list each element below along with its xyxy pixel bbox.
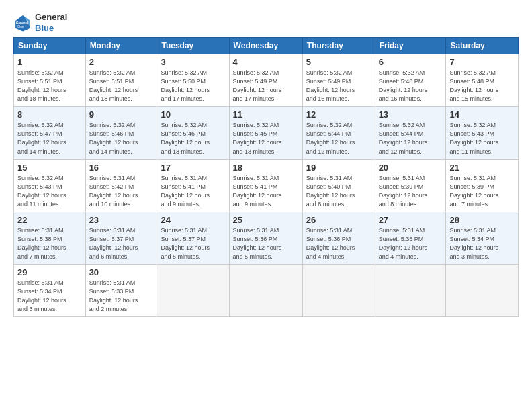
day-number: 27 xyxy=(379,215,443,225)
day-number: 8 xyxy=(17,109,82,120)
day-cell-25: 25Sunrise: 5:31 AMSunset: 5:36 PMDayligh… xyxy=(229,212,302,264)
day-number: 30 xyxy=(89,267,154,277)
day-cell-6: 6Sunrise: 5:32 AMSunset: 5:48 PMDaylight… xyxy=(375,54,446,107)
day-cell-21: 21Sunrise: 5:31 AMSunset: 5:39 PMDayligh… xyxy=(446,159,519,212)
header: General Blue General Blue xyxy=(13,12,519,33)
col-header-wednesday: Wednesday xyxy=(229,38,302,54)
day-cell-29: 29Sunrise: 5:31 AMSunset: 5:34 PMDayligh… xyxy=(14,264,86,316)
empty-cell xyxy=(229,264,302,316)
day-cell-23: 23Sunrise: 5:31 AMSunset: 5:37 PMDayligh… xyxy=(85,212,157,264)
day-info: Sunrise: 5:32 AMSunset: 5:43 PMDaylight:… xyxy=(17,174,82,209)
day-number: 9 xyxy=(89,109,154,120)
day-cell-18: 18Sunrise: 5:31 AMSunset: 5:41 PMDayligh… xyxy=(229,159,302,212)
day-info: Sunrise: 5:31 AMSunset: 5:36 PMDaylight:… xyxy=(233,226,299,261)
logo: General Blue General Blue xyxy=(13,12,67,33)
day-cell-7: 7Sunrise: 5:32 AMSunset: 5:48 PMDaylight… xyxy=(446,54,519,107)
col-header-sunday: Sunday xyxy=(14,38,86,54)
day-info: Sunrise: 5:31 AMSunset: 5:39 PMDaylight:… xyxy=(379,174,443,209)
day-number: 25 xyxy=(233,215,299,225)
day-cell-11: 11Sunrise: 5:32 AMSunset: 5:45 PMDayligh… xyxy=(229,107,302,159)
col-header-tuesday: Tuesday xyxy=(157,38,229,54)
day-info: Sunrise: 5:31 AMSunset: 5:41 PMDaylight:… xyxy=(161,174,225,209)
day-number: 7 xyxy=(449,57,515,67)
day-cell-13: 13Sunrise: 5:32 AMSunset: 5:44 PMDayligh… xyxy=(375,107,446,159)
day-info: Sunrise: 5:32 AMSunset: 5:48 PMDaylight:… xyxy=(449,68,515,103)
day-info: Sunrise: 5:31 AMSunset: 5:37 PMDaylight:… xyxy=(161,226,225,261)
week-row-4: 22Sunrise: 5:31 AMSunset: 5:38 PMDayligh… xyxy=(14,212,519,264)
week-row-1: 1Sunrise: 5:32 AMSunset: 5:51 PMDaylight… xyxy=(14,54,519,107)
day-number: 23 xyxy=(89,215,154,225)
day-number: 6 xyxy=(379,57,443,67)
day-number: 14 xyxy=(449,109,515,120)
day-info: Sunrise: 5:32 AMSunset: 5:50 PMDaylight:… xyxy=(161,68,225,103)
svg-text:General: General xyxy=(16,21,28,24)
empty-cell xyxy=(446,264,519,316)
day-cell-12: 12Sunrise: 5:32 AMSunset: 5:44 PMDayligh… xyxy=(302,107,375,159)
day-number: 2 xyxy=(89,57,154,67)
day-info: Sunrise: 5:32 AMSunset: 5:43 PMDaylight:… xyxy=(449,121,515,156)
day-number: 21 xyxy=(449,163,515,173)
day-info: Sunrise: 5:31 AMSunset: 5:37 PMDaylight:… xyxy=(89,226,154,261)
empty-cell xyxy=(157,264,229,316)
day-info: Sunrise: 5:31 AMSunset: 5:38 PMDaylight:… xyxy=(17,226,82,261)
calendar-header-row: SundayMondayTuesdayWednesdayThursdayFrid… xyxy=(14,38,519,54)
day-cell-4: 4Sunrise: 5:32 AMSunset: 5:49 PMDaylight… xyxy=(229,54,302,107)
calendar-table: SundayMondayTuesdayWednesdayThursdayFrid… xyxy=(13,37,519,317)
col-header-friday: Friday xyxy=(375,38,446,54)
day-info: Sunrise: 5:31 AMSunset: 5:35 PMDaylight:… xyxy=(379,226,443,261)
day-info: Sunrise: 5:32 AMSunset: 5:47 PMDaylight:… xyxy=(17,121,82,156)
day-cell-28: 28Sunrise: 5:31 AMSunset: 5:34 PMDayligh… xyxy=(446,212,519,264)
day-number: 29 xyxy=(17,267,82,277)
day-number: 22 xyxy=(17,215,82,225)
svg-text:Blue: Blue xyxy=(17,25,24,28)
day-info: Sunrise: 5:31 AMSunset: 5:36 PMDaylight:… xyxy=(306,226,371,261)
day-info: Sunrise: 5:32 AMSunset: 5:49 PMDaylight:… xyxy=(233,68,299,103)
day-info: Sunrise: 5:32 AMSunset: 5:44 PMDaylight:… xyxy=(306,121,371,156)
day-cell-16: 16Sunrise: 5:31 AMSunset: 5:42 PMDayligh… xyxy=(85,159,157,212)
day-info: Sunrise: 5:32 AMSunset: 5:45 PMDaylight:… xyxy=(233,121,299,156)
day-number: 18 xyxy=(233,163,299,173)
day-info: Sunrise: 5:32 AMSunset: 5:46 PMDaylight:… xyxy=(89,121,154,156)
day-cell-2: 2Sunrise: 5:32 AMSunset: 5:51 PMDaylight… xyxy=(85,54,157,107)
day-number: 13 xyxy=(379,109,443,120)
col-header-saturday: Saturday xyxy=(446,38,519,54)
day-number: 5 xyxy=(306,57,371,67)
day-cell-8: 8Sunrise: 5:32 AMSunset: 5:47 PMDaylight… xyxy=(14,107,86,159)
day-info: Sunrise: 5:31 AMSunset: 5:33 PMDaylight:… xyxy=(89,279,154,314)
day-info: Sunrise: 5:32 AMSunset: 5:49 PMDaylight:… xyxy=(306,68,371,103)
week-row-2: 8Sunrise: 5:32 AMSunset: 5:47 PMDaylight… xyxy=(14,107,519,159)
day-cell-14: 14Sunrise: 5:32 AMSunset: 5:43 PMDayligh… xyxy=(446,107,519,159)
empty-cell xyxy=(302,264,375,316)
day-number: 24 xyxy=(161,215,225,225)
col-header-thursday: Thursday xyxy=(302,38,375,54)
day-cell-22: 22Sunrise: 5:31 AMSunset: 5:38 PMDayligh… xyxy=(14,212,86,264)
page: General Blue General Blue SundayMondayTu… xyxy=(0,0,532,325)
day-cell-26: 26Sunrise: 5:31 AMSunset: 5:36 PMDayligh… xyxy=(302,212,375,264)
day-cell-5: 5Sunrise: 5:32 AMSunset: 5:49 PMDaylight… xyxy=(302,54,375,107)
empty-cell xyxy=(375,264,446,316)
day-info: Sunrise: 5:31 AMSunset: 5:39 PMDaylight:… xyxy=(449,174,515,209)
week-row-5: 29Sunrise: 5:31 AMSunset: 5:34 PMDayligh… xyxy=(14,264,519,316)
day-cell-10: 10Sunrise: 5:32 AMSunset: 5:46 PMDayligh… xyxy=(157,107,229,159)
logo-text-general: General xyxy=(35,12,67,23)
week-row-3: 15Sunrise: 5:32 AMSunset: 5:43 PMDayligh… xyxy=(14,159,519,212)
day-info: Sunrise: 5:31 AMSunset: 5:40 PMDaylight:… xyxy=(306,174,371,209)
day-number: 12 xyxy=(306,109,371,120)
day-number: 10 xyxy=(161,109,225,120)
day-info: Sunrise: 5:32 AMSunset: 5:46 PMDaylight:… xyxy=(161,121,225,156)
day-info: Sunrise: 5:31 AMSunset: 5:42 PMDaylight:… xyxy=(89,174,154,209)
day-info: Sunrise: 5:32 AMSunset: 5:51 PMDaylight:… xyxy=(89,68,154,103)
day-number: 15 xyxy=(17,163,82,173)
day-info: Sunrise: 5:31 AMSunset: 5:34 PMDaylight:… xyxy=(449,226,515,261)
day-number: 17 xyxy=(161,163,225,173)
day-cell-9: 9Sunrise: 5:32 AMSunset: 5:46 PMDaylight… xyxy=(85,107,157,159)
day-cell-30: 30Sunrise: 5:31 AMSunset: 5:33 PMDayligh… xyxy=(85,264,157,316)
col-header-monday: Monday xyxy=(85,38,157,54)
day-number: 28 xyxy=(449,215,515,225)
day-cell-20: 20Sunrise: 5:31 AMSunset: 5:39 PMDayligh… xyxy=(375,159,446,212)
day-number: 4 xyxy=(233,57,299,67)
day-info: Sunrise: 5:31 AMSunset: 5:34 PMDaylight:… xyxy=(17,279,82,314)
day-cell-3: 3Sunrise: 5:32 AMSunset: 5:50 PMDaylight… xyxy=(157,54,229,107)
logo-icon: General Blue xyxy=(13,13,32,32)
day-number: 3 xyxy=(161,57,225,67)
